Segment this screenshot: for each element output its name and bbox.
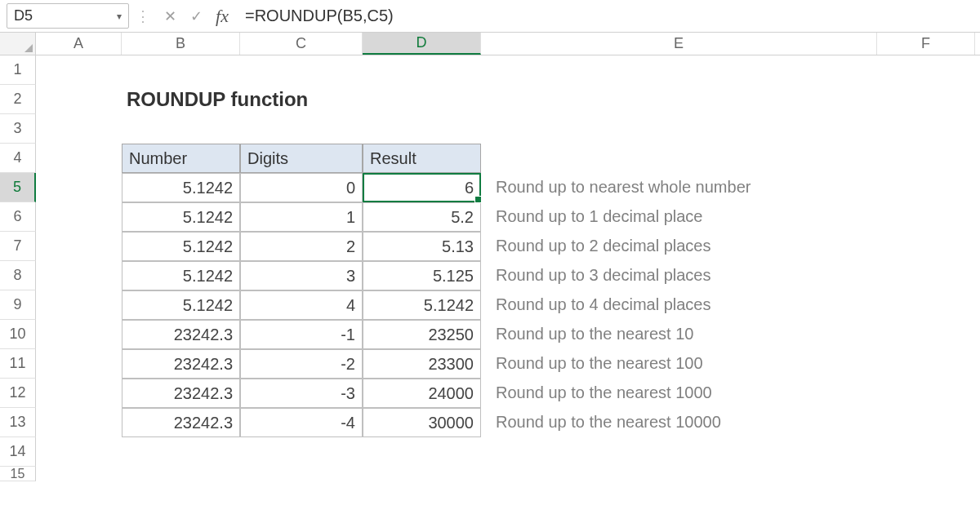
- row-header-10[interactable]: 10: [0, 320, 36, 349]
- cell-E3[interactable]: [481, 114, 877, 144]
- cell-C4[interactable]: Digits: [240, 144, 363, 173]
- cell-E7[interactable]: Round up to 2 decimal places: [481, 232, 877, 261]
- cell-F12[interactable]: [877, 379, 975, 408]
- cell-A2[interactable]: [36, 85, 122, 114]
- cell-A6[interactable]: [36, 202, 122, 232]
- row-header-12[interactable]: 12: [0, 379, 36, 408]
- formula-input[interactable]: [235, 0, 980, 32]
- accept-icon[interactable]: ✓: [183, 0, 209, 32]
- cell-C12[interactable]: -3: [240, 379, 363, 408]
- cell-A1[interactable]: [36, 55, 122, 85]
- col-header-A[interactable]: A: [36, 33, 122, 55]
- cell-A9[interactable]: [36, 290, 122, 320]
- cell-B9[interactable]: 5.1242: [122, 290, 240, 320]
- cell-A15[interactable]: [36, 467, 122, 481]
- cell-D10[interactable]: 23250: [363, 320, 481, 349]
- row-header-8[interactable]: 8: [0, 261, 36, 290]
- row-header-14[interactable]: 14: [0, 437, 36, 467]
- cell-B13[interactable]: 23242.3: [122, 408, 240, 437]
- cell-F4[interactable]: [877, 144, 975, 173]
- cell-A5[interactable]: [36, 173, 122, 202]
- cell-D13[interactable]: 30000: [363, 408, 481, 437]
- row-header-6[interactable]: 6: [0, 202, 36, 232]
- cell-F15[interactable]: [877, 467, 975, 481]
- cell-E10[interactable]: Round up to the nearest 10: [481, 320, 877, 349]
- cell-B1[interactable]: [122, 55, 240, 85]
- row-header-1[interactable]: 1: [0, 55, 36, 85]
- cell-A11[interactable]: [36, 349, 122, 379]
- cell-A14[interactable]: [36, 437, 122, 467]
- cell-C11[interactable]: -2: [240, 349, 363, 379]
- row-header-3[interactable]: 3: [0, 114, 36, 144]
- col-header-B[interactable]: B: [122, 33, 240, 55]
- cell-E8[interactable]: Round up to 3 decimal places: [481, 261, 877, 290]
- cell-F2[interactable]: [877, 85, 975, 114]
- cell-F11[interactable]: [877, 349, 975, 379]
- cell-D6[interactable]: 5.2: [363, 202, 481, 232]
- cell-D8[interactable]: 5.125: [363, 261, 481, 290]
- cell-D11[interactable]: 23300: [363, 349, 481, 379]
- cell-D3[interactable]: [363, 114, 481, 144]
- cell-F9[interactable]: [877, 290, 975, 320]
- cell-C1[interactable]: [240, 55, 363, 85]
- cell-A7[interactable]: [36, 232, 122, 261]
- cell-A3[interactable]: [36, 114, 122, 144]
- cell-E15[interactable]: [481, 467, 877, 481]
- cell-B10[interactable]: 23242.3: [122, 320, 240, 349]
- cell-C7[interactable]: 2: [240, 232, 363, 261]
- chevron-down-icon[interactable]: ▾: [117, 11, 122, 22]
- cell-D1[interactable]: [363, 55, 481, 85]
- col-header-F[interactable]: F: [877, 33, 975, 55]
- cell-F1[interactable]: [877, 55, 975, 85]
- cell-D7[interactable]: 5.13: [363, 232, 481, 261]
- cell-C10[interactable]: -1: [240, 320, 363, 349]
- cell-E9[interactable]: Round up to 4 decimal places: [481, 290, 877, 320]
- cell-E6[interactable]: Round up to 1 decimal place: [481, 202, 877, 232]
- cell-B5[interactable]: 5.1242: [122, 173, 240, 202]
- cell-C9[interactable]: 4: [240, 290, 363, 320]
- cell-D14[interactable]: [363, 437, 481, 467]
- cell-B8[interactable]: 5.1242: [122, 261, 240, 290]
- cell-C8[interactable]: 3: [240, 261, 363, 290]
- cell-B14[interactable]: [122, 437, 240, 467]
- cell-F5[interactable]: [877, 173, 975, 202]
- row-header-5[interactable]: 5: [0, 173, 36, 202]
- cell-E11[interactable]: Round up to the nearest 100: [481, 349, 877, 379]
- cell-E5[interactable]: Round up to nearest whole number: [481, 173, 877, 202]
- cell-D9[interactable]: 5.1242: [363, 290, 481, 320]
- cell-F6[interactable]: [877, 202, 975, 232]
- row-header-11[interactable]: 11: [0, 349, 36, 379]
- cell-E13[interactable]: Round up to the nearest 10000: [481, 408, 877, 437]
- cell-C3[interactable]: [240, 114, 363, 144]
- cell-A12[interactable]: [36, 379, 122, 408]
- cell-C5[interactable]: 0: [240, 173, 363, 202]
- cell-B3[interactable]: [122, 114, 240, 144]
- cell-D5[interactable]: 6: [363, 173, 481, 202]
- cell-F13[interactable]: [877, 408, 975, 437]
- cell-F10[interactable]: [877, 320, 975, 349]
- cell-B15[interactable]: [122, 467, 240, 481]
- cell-B12[interactable]: 23242.3: [122, 379, 240, 408]
- cell-F3[interactable]: [877, 114, 975, 144]
- col-header-D[interactable]: D: [363, 33, 481, 55]
- cell-B4[interactable]: Number: [122, 144, 240, 173]
- cell-E12[interactable]: Round up to the nearest 1000: [481, 379, 877, 408]
- cell-D15[interactable]: [363, 467, 481, 481]
- cell-B11[interactable]: 23242.3: [122, 349, 240, 379]
- select-all-corner[interactable]: [0, 33, 36, 55]
- fx-icon[interactable]: fx: [209, 0, 235, 32]
- cancel-icon[interactable]: ✕: [157, 0, 183, 32]
- row-header-2[interactable]: 2: [0, 85, 36, 114]
- cell-E4[interactable]: [481, 144, 877, 173]
- row-header-13[interactable]: 13: [0, 408, 36, 437]
- cell-E1[interactable]: [481, 55, 877, 85]
- cell-A10[interactable]: [36, 320, 122, 349]
- cell-C14[interactable]: [240, 437, 363, 467]
- cell-F7[interactable]: [877, 232, 975, 261]
- row-header-15[interactable]: 15: [0, 467, 36, 481]
- cell-D12[interactable]: 24000: [363, 379, 481, 408]
- cell-C13[interactable]: -4: [240, 408, 363, 437]
- row-header-7[interactable]: 7: [0, 232, 36, 261]
- row-header-9[interactable]: 9: [0, 290, 36, 320]
- cell-B7[interactable]: 5.1242: [122, 232, 240, 261]
